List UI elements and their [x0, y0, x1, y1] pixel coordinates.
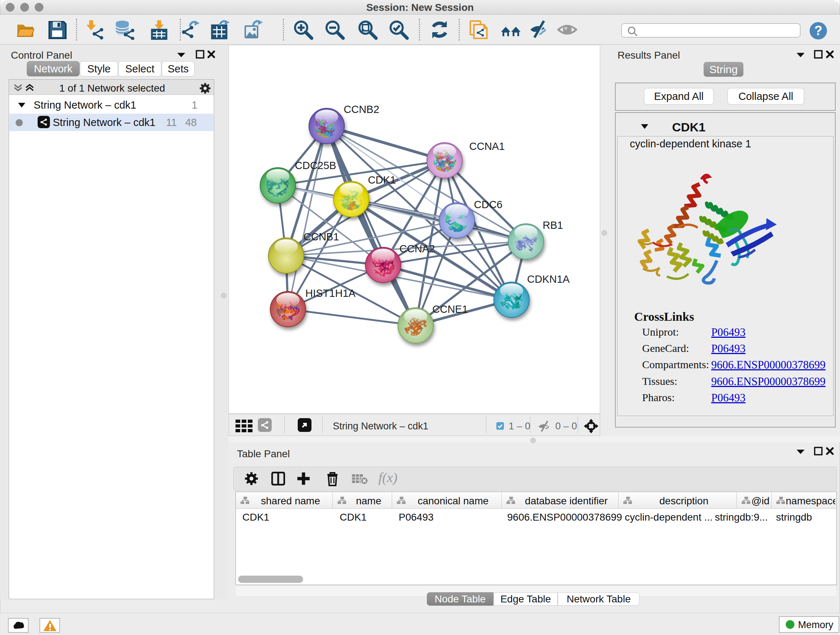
- svg-text:CDK1: CDK1: [368, 174, 396, 186]
- svg-text:CCNA2: CCNA2: [399, 243, 435, 255]
- svg-text:CDC25B: CDC25B: [295, 160, 336, 171]
- svg-text:?: ?: [814, 23, 822, 38]
- svg-text:CDC6: CDC6: [474, 199, 502, 211]
- svg-text:CDKN1A: CDKN1A: [527, 273, 570, 285]
- svg-text:CCNE1: CCNE1: [432, 303, 468, 315]
- svg-text:CCNB2: CCNB2: [344, 103, 379, 115]
- svg-text:CCNA1: CCNA1: [469, 141, 505, 152]
- svg-text:HIST1H1A: HIST1H1A: [305, 287, 355, 299]
- svg-text:CCNB1: CCNB1: [303, 231, 339, 242]
- svg-text:RB1: RB1: [543, 219, 563, 231]
